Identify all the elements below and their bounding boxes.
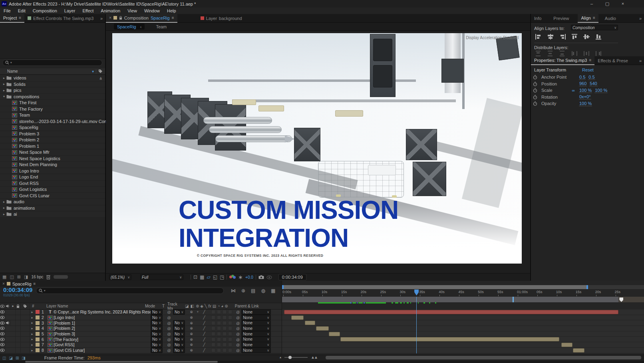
layer-lock-toggle[interactable]: [16, 342, 21, 347]
playhead-line[interactable]: [416, 297, 417, 353]
pickwhip-icon[interactable]: [165, 342, 173, 347]
collapse-switch-icon[interactable]: ⊕: [188, 332, 195, 336]
layer-color-swatch[interactable]: [36, 326, 40, 330]
align-top-icon[interactable]: [571, 34, 578, 40]
blend-mode-dropdown[interactable]: No: [151, 325, 163, 331]
twirl-icon[interactable]: ▸: [2, 206, 6, 210]
layer-lock-toggle[interactable]: [16, 326, 21, 331]
switch-cell[interactable]: [228, 343, 232, 347]
current-time-display[interactable]: 0:00:34:09: [3, 286, 32, 293]
tab-composition[interactable]: × Composition SpaceRig ≡: [106, 14, 177, 23]
mini-flowchart-icon[interactable]: ⋈: [231, 288, 236, 294]
parent-pickwhip-icon[interactable]: [236, 337, 240, 342]
project-item[interactable]: ▸ animations: [0, 205, 105, 212]
live-update-icon[interactable]: ◫: [2, 356, 6, 360]
collapse-switch-icon[interactable]: ⊕: [188, 310, 195, 314]
collapse-switch-icon[interactable]: ⊕: [188, 321, 195, 325]
layer-name[interactable]: © Copyr...ace Rig Systems Inc. 2023 All …: [54, 309, 151, 314]
parent-pickwhip-icon[interactable]: [236, 321, 240, 325]
property-value-y[interactable]: 0.5: [588, 75, 595, 80]
sort-arrow-icon[interactable]: ▾: [92, 69, 94, 73]
channel-icon[interactable]: [229, 275, 236, 280]
pickwhip-icon[interactable]: [165, 331, 173, 336]
project-item[interactable]: Next Space Mfr: [0, 149, 105, 156]
panel-menu-icon[interactable]: ≡: [34, 282, 36, 286]
parent-dropdown[interactable]: None: [241, 309, 271, 315]
blend-mode-dropdown[interactable]: No: [151, 342, 163, 347]
layer-track[interactable]: [282, 331, 644, 337]
layer-color-swatch[interactable]: [36, 310, 40, 314]
time-navigator-bar[interactable]: [282, 285, 588, 289]
parent-dropdown[interactable]: None: [241, 331, 271, 337]
solo-column-icon[interactable]: ●: [10, 303, 16, 309]
layer-color-swatch[interactable]: [36, 315, 40, 319]
project-search-input[interactable]: ▾: [2, 60, 102, 66]
layer-solo-toggle[interactable]: [10, 315, 16, 320]
quality-switch-icon[interactable]: ╱: [201, 332, 207, 336]
layer-solo-toggle[interactable]: [10, 348, 16, 353]
breadcrumb-current[interactable]: SpaceRig ‹: [114, 24, 145, 30]
layer-name[interactable]: [Problem 1]: [54, 321, 151, 325]
zoom-out-mountain-icon[interactable]: ▴: [280, 355, 281, 359]
layer-row[interactable]: 5 T [Problem 3] No No ⊕ + ╱ None: [0, 331, 282, 337]
menu-item[interactable]: Layer: [61, 8, 79, 13]
layer-name[interactable]: [Problem 2]: [54, 326, 151, 331]
layer-row[interactable]: 8 T [Govt CIS Lunar] No No ⊕ + ╱ None: [0, 348, 282, 353]
align-bottom-icon[interactable]: [595, 34, 602, 40]
blend-mode-dropdown[interactable]: No: [151, 347, 163, 353]
project-flowchart-icon[interactable]: ⋔: [99, 76, 102, 81]
stopwatch-icon[interactable]: [531, 81, 539, 86]
layer-label-cell[interactable]: [21, 331, 30, 337]
project-item[interactable]: ▸ videos: [0, 75, 105, 81]
link-chain-icon[interactable]: ∞: [572, 88, 574, 93]
layer-label-cell[interactable]: [21, 342, 30, 347]
tab-effect-controls[interactable]: Effect Controls The Swing.mp3: [24, 14, 97, 23]
layer-track[interactable]: [282, 348, 644, 353]
layer-expander[interactable]: [30, 327, 35, 330]
parent-pickwhip-icon[interactable]: [236, 326, 240, 331]
layer-visibility-toggle[interactable]: [0, 348, 5, 353]
pickwhip-icon[interactable]: [165, 326, 173, 331]
switch-cell[interactable]: [228, 337, 232, 341]
project-item[interactable]: Logo End: [0, 174, 105, 181]
composition-canvas[interactable]: CUSTOM MISSION INTEGRATION © COPYRIGHT S…: [112, 33, 522, 264]
parent-pickwhip-icon[interactable]: [236, 309, 240, 314]
tab-audio[interactable]: Audio: [602, 14, 619, 23]
project-item[interactable]: Next Dem Planning: [0, 162, 105, 168]
new-composition-icon[interactable]: ⊞: [17, 274, 21, 280]
parent-pickwhip-icon[interactable]: [236, 342, 240, 347]
track-matte-dropdown[interactable]: No: [173, 347, 185, 353]
layer-label-cell[interactable]: [21, 337, 30, 342]
layer-label-cell[interactable]: [21, 315, 30, 320]
blend-mode-dropdown[interactable]: No: [151, 337, 163, 342]
project-item[interactable]: SpaceRig: [0, 125, 105, 131]
layer-visibility-toggle[interactable]: [0, 326, 5, 331]
time-ruler[interactable]: 0:00s05s10s15s20s25s30s35s40s45s50s55s01…: [282, 289, 644, 296]
reset-button[interactable]: Reset: [582, 67, 594, 72]
parent-dropdown[interactable]: None: [241, 342, 271, 347]
layer-label-cell[interactable]: [21, 348, 30, 353]
menu-item[interactable]: Window: [141, 8, 163, 13]
switch-cell[interactable]: [223, 315, 227, 319]
mask-visibility-icon[interactable]: ▱: [207, 274, 210, 280]
switch-cell[interactable]: [228, 348, 232, 352]
bit-depth-label[interactable]: 16 bpc: [31, 275, 43, 279]
property-value-x[interactable]: 100 %: [579, 101, 592, 106]
timeline-tab-label[interactable]: SpaceRig: [12, 282, 32, 286]
track-matte-dropdown[interactable]: No: [173, 342, 185, 347]
distribute-right-icon[interactable]: [595, 51, 602, 56]
layer-solo-toggle[interactable]: [10, 326, 16, 331]
project-item[interactable]: The Factory: [0, 106, 105, 113]
layer-label-cell[interactable]: [21, 320, 30, 325]
distribute-vertical-center-icon[interactable]: [547, 51, 554, 56]
region-of-interest-icon[interactable]: ⊡: [193, 274, 197, 280]
layer-duration-bar[interactable]: [561, 343, 572, 347]
align-vertical-center-icon[interactable]: [583, 34, 590, 40]
project-item[interactable]: ▸ Solids: [0, 81, 105, 88]
layer-expander[interactable]: [30, 310, 35, 314]
search-options-caret[interactable]: ▾: [10, 61, 12, 64]
new-folder-icon[interactable]: ◫: [10, 274, 14, 280]
layer-transform-label[interactable]: Layer Transform: [534, 67, 566, 72]
switch-cell[interactable]: [217, 348, 221, 352]
quality-switch-icon[interactable]: ╱: [201, 343, 207, 347]
